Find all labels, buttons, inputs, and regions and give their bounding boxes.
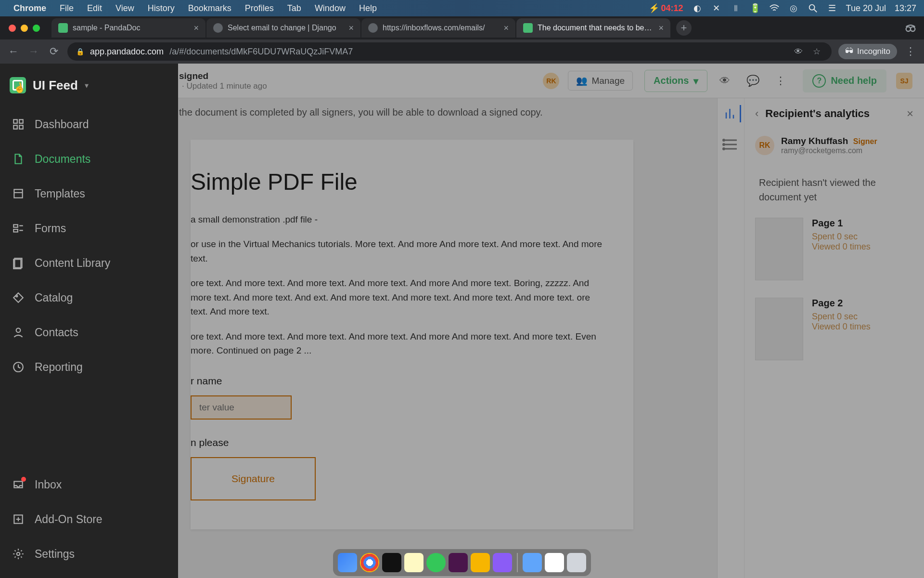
sidebar-item-label: Forms xyxy=(35,222,66,235)
status-icon-2[interactable]: ✕ xyxy=(711,3,722,13)
menubar-date[interactable]: Tue 20 Jul xyxy=(846,3,886,13)
tab-close-button[interactable]: × xyxy=(348,23,354,33)
page-thumbnail[interactable] xyxy=(755,218,803,280)
menubar-bookmarks[interactable]: Bookmarks xyxy=(188,3,231,13)
preview-eye-icon[interactable]: 👁 xyxy=(714,70,735,92)
menubar-app-name[interactable]: Chrome xyxy=(13,3,46,13)
dock-app-3[interactable] xyxy=(493,553,512,572)
chrome-menu-button[interactable]: ⋮ xyxy=(904,45,917,58)
page-label: Page 1 xyxy=(812,218,871,229)
sidebar-item-forms[interactable]: Forms xyxy=(0,211,178,246)
analytics-tab-chart-icon[interactable] xyxy=(724,105,741,122)
incognito-chip[interactable]: 🕶 Incognito xyxy=(838,44,897,59)
dock-trash[interactable] xyxy=(567,553,586,572)
page-thumbnail[interactable] xyxy=(755,298,803,360)
menubar-clock[interactable]: 13:27 xyxy=(895,3,916,13)
svg-point-15 xyxy=(16,295,17,297)
actions-dropdown[interactable]: Actions ▾ xyxy=(644,70,707,92)
menubar-help[interactable]: Help xyxy=(359,3,377,13)
sidebar-item-settings[interactable]: Settings xyxy=(0,537,178,571)
menubar-history[interactable]: History xyxy=(148,3,175,13)
tab-close-button[interactable]: × xyxy=(658,23,664,33)
analytics-tab-list-icon[interactable] xyxy=(722,136,740,153)
sidebar-item-content-library[interactable]: Content Library xyxy=(0,246,178,280)
status-icon-1[interactable]: ◐ xyxy=(692,3,703,13)
sidebar-item-contacts[interactable]: Contacts xyxy=(0,315,178,350)
sidebar-item-dashboard[interactable]: Dashboard xyxy=(0,107,178,142)
sidebar-item-reporting[interactable]: Reporting xyxy=(0,350,178,384)
analytics-content: ‹ Recipient's analytics × RK Ramy Khuffa… xyxy=(744,98,924,578)
control-center-icon[interactable]: ☰ xyxy=(827,3,837,13)
battery-icon[interactable]: 🔋 xyxy=(750,3,760,13)
panel-back-button[interactable]: ‹ xyxy=(755,107,758,120)
dock-chrome[interactable] xyxy=(360,553,379,572)
svg-point-0 xyxy=(809,5,814,10)
current-user-avatar[interactable]: SJ xyxy=(896,73,912,89)
sidebar-item-addon-store[interactable]: Add-On Store xyxy=(0,502,178,537)
sidebar-item-inbox[interactable]: Inbox xyxy=(0,467,178,502)
dock-app-2[interactable] xyxy=(471,553,490,572)
template-icon xyxy=(12,187,25,200)
dock-notes[interactable] xyxy=(404,553,424,572)
grid-icon xyxy=(12,118,25,131)
sidebar-item-catalog[interactable]: Catalog xyxy=(0,280,178,315)
recipient-name: Ramy Khuffash xyxy=(781,136,848,146)
dock-messages[interactable] xyxy=(426,553,446,572)
dock-document[interactable] xyxy=(545,553,564,572)
signature-field[interactable]: Signature xyxy=(191,457,316,500)
name-text-field[interactable] xyxy=(191,395,292,420)
browser-tab-2[interactable]: Select email to change | Django × xyxy=(206,18,360,38)
reload-button[interactable]: ⟳ xyxy=(47,45,61,58)
chat-icon[interactable]: 💬 xyxy=(742,70,763,92)
incognito-hat-icon: 🕶 xyxy=(845,47,853,56)
panel-close-button[interactable]: × xyxy=(907,107,913,120)
address-bar: ← → ⟳ 🔒 app.pandadoc.com/a/#/documents/d… xyxy=(0,39,924,64)
menubar-file[interactable]: File xyxy=(60,3,74,13)
incognito-indicator-icon[interactable] xyxy=(904,21,917,35)
url-omnibox[interactable]: 🔒 app.pandadoc.com/a/#/documents/dMkF6UD… xyxy=(67,42,832,61)
question-icon: ? xyxy=(812,74,826,88)
kebab-menu-icon[interactable]: ⋮ xyxy=(770,70,791,92)
menubar-profiles[interactable]: Profiles xyxy=(245,3,274,13)
url-host: app.pandadoc.com xyxy=(90,47,164,57)
sidebar-item-templates[interactable]: Templates xyxy=(0,176,178,211)
menubar-edit[interactable]: Edit xyxy=(87,3,102,13)
window-close-button[interactable] xyxy=(9,25,16,32)
browser-tab-1[interactable]: sample - PandaDoc × xyxy=(51,18,205,38)
dock-terminal[interactable] xyxy=(382,553,401,572)
workspace-switcher[interactable]: UI Feed ▾ xyxy=(0,72,178,107)
tab-close-button[interactable]: × xyxy=(503,23,509,33)
dock-folder[interactable] xyxy=(523,553,542,572)
menubar-view[interactable]: View xyxy=(116,3,134,13)
status-icon-4[interactable]: ◎ xyxy=(788,3,799,13)
browser-tab-3[interactable]: https://inboxflows.com/emails/ × xyxy=(361,18,515,38)
window-minimize-button[interactable] xyxy=(21,25,28,32)
menubar-tab[interactable]: Tab xyxy=(287,3,301,13)
page-analytics-row: Page 1 Spent 0 sec Viewed 0 times xyxy=(755,218,913,280)
manage-label: Manage xyxy=(591,76,625,86)
actions-label: Actions xyxy=(654,75,689,86)
status-icon-3[interactable]: ⫴ xyxy=(731,3,741,13)
star-bookmark-icon[interactable]: ☆ xyxy=(810,45,823,58)
recipient-row[interactable]: RK Ramy Khuffash Signer ramy@rocketgems.… xyxy=(755,129,913,162)
need-help-button[interactable]: ? Need help xyxy=(803,69,886,92)
extension-icon[interactable]: 👁 xyxy=(792,45,805,58)
window-zoom-button[interactable] xyxy=(33,25,40,32)
browser-tab-4-active[interactable]: The document that needs to be… × xyxy=(516,18,670,38)
back-button[interactable]: ← xyxy=(7,45,20,58)
new-tab-button[interactable]: + xyxy=(676,20,692,36)
recipient-avatar[interactable]: RK xyxy=(543,73,559,89)
sidebar-item-documents[interactable]: Documents xyxy=(0,142,178,176)
wifi-icon[interactable] xyxy=(769,3,780,13)
window-controls xyxy=(9,25,40,32)
dock-app-1[interactable] xyxy=(449,553,468,572)
menubar-window[interactable]: Window xyxy=(315,3,346,13)
dock-finder[interactable] xyxy=(338,553,357,572)
battery-status[interactable]: ⚡04:12 xyxy=(649,3,683,13)
spotlight-icon[interactable] xyxy=(808,3,818,13)
pdf-page-1: Simple PDF File a small demonstration .p… xyxy=(191,140,633,529)
manage-button[interactable]: 👥 Manage xyxy=(568,71,633,91)
library-icon xyxy=(12,256,25,270)
tab-close-button[interactable]: × xyxy=(193,23,199,33)
forward-button[interactable]: → xyxy=(27,45,40,58)
